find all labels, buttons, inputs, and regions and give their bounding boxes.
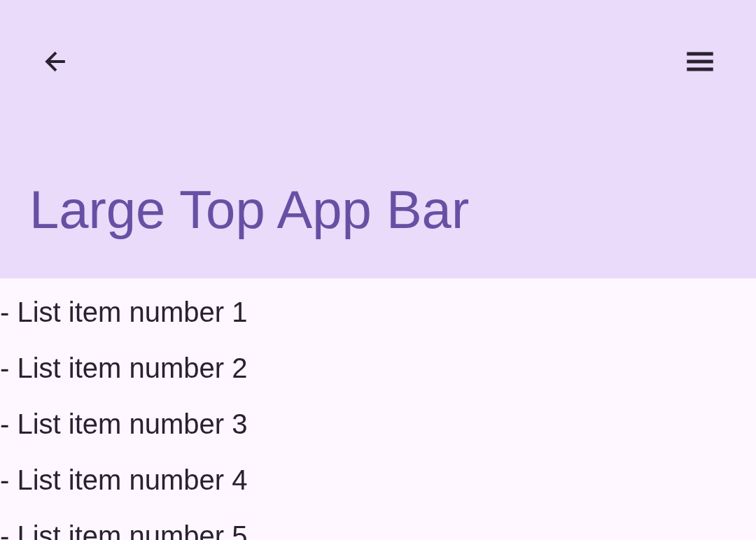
- svg-rect-0: [687, 52, 713, 55]
- content-list: - List item number 1 - List item number …: [0, 278, 756, 540]
- list-item: - List item number 2: [0, 340, 756, 396]
- svg-rect-1: [687, 60, 713, 64]
- large-top-app-bar: Large Top App Bar: [0, 0, 756, 278]
- svg-rect-2: [687, 68, 713, 71]
- list-item: - List item number 5: [0, 508, 756, 540]
- list-item: - List item number 1: [0, 284, 756, 340]
- list-item: - List item number 4: [0, 452, 756, 508]
- back-button[interactable]: [34, 41, 78, 85]
- menu-button[interactable]: [678, 41, 722, 85]
- app-bar-action-row: [0, 0, 756, 91]
- arrow-back-icon: [41, 46, 71, 80]
- menu-icon: [682, 44, 718, 82]
- list-item: - List item number 3: [0, 396, 756, 452]
- app-bar-title: Large Top App Bar: [29, 179, 469, 240]
